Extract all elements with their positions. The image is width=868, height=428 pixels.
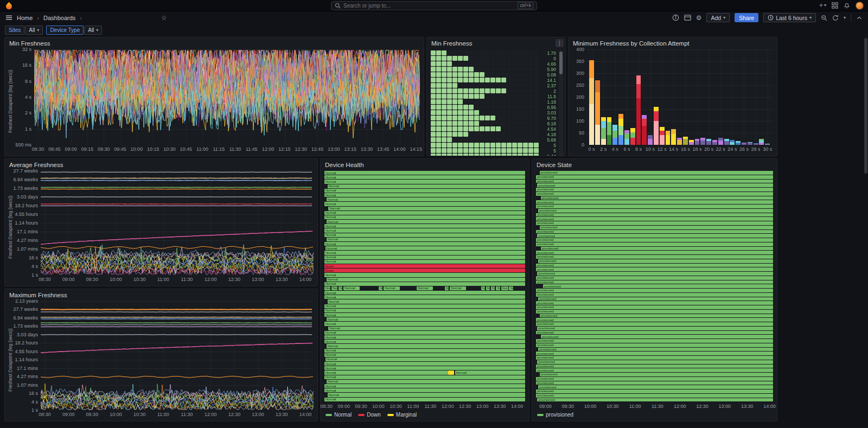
heatmap-cell[interactable] [458, 148, 463, 153]
heatmap-cell[interactable] [431, 56, 436, 61]
histogram-bar[interactable] [677, 49, 682, 145]
histogram-bar[interactable] [642, 49, 647, 145]
heatmap-cell[interactable] [458, 56, 463, 61]
heatmap-cell[interactable] [431, 154, 436, 156]
heatmap-cell[interactable] [523, 116, 528, 120]
heatmap-cell[interactable] [436, 110, 441, 115]
heatmap-cell[interactable] [480, 110, 484, 115]
apps-grid-icon[interactable] [832, 2, 838, 9]
state-row[interactable]: Normal [324, 184, 525, 188]
user-avatar[interactable] [856, 2, 864, 10]
histogram-bar[interactable] [671, 49, 676, 145]
heatmap-cell[interactable] [447, 132, 452, 137]
heatmap-cell[interactable] [512, 116, 517, 120]
heatmap-cell[interactable] [442, 105, 446, 110]
status-history-row[interactable] [431, 116, 539, 120]
state-row[interactable]: provisioned [536, 335, 773, 338]
state-row[interactable]: Normal [324, 282, 525, 286]
state-row[interactable]: provisioned [536, 301, 773, 305]
heatmap-cell[interactable] [469, 88, 474, 93]
histogram-bar[interactable] [712, 49, 717, 145]
state-segment[interactable]: Normal [324, 242, 525, 246]
heatmap-cell[interactable] [496, 94, 501, 99]
state-row[interactable]: Normal [324, 393, 525, 397]
heatmap-cell[interactable] [463, 137, 468, 142]
state-segment[interactable]: Normal [324, 349, 525, 353]
heatmap-cell[interactable] [452, 67, 457, 72]
heatmap-cell[interactable] [436, 99, 441, 104]
state-segment[interactable]: Normal [324, 189, 525, 193]
heatmap-cell[interactable] [507, 61, 512, 66]
heatmap-cell[interactable] [507, 132, 512, 137]
heatmap-cell[interactable] [523, 50, 528, 55]
favorite-star-icon[interactable]: ☆ [161, 14, 167, 22]
state-segment[interactable]: provisioned [538, 259, 773, 263]
state-row[interactable]: Normal [324, 202, 525, 206]
heatmap-cell[interactable] [447, 116, 452, 120]
heatmap-cell[interactable] [507, 99, 512, 104]
state-row[interactable]: Normal [324, 317, 525, 321]
heatmap-cell[interactable] [442, 78, 446, 82]
state-row[interactable]: Down [324, 264, 525, 268]
state-row[interactable]: Normal [324, 398, 525, 401]
heatmap-cell[interactable] [431, 137, 436, 142]
state-segment[interactable]: Normal [326, 246, 525, 250]
heatmap-cell[interactable] [523, 132, 528, 137]
state-segment[interactable]: provisioned [536, 381, 773, 385]
heatmap-cell[interactable] [507, 56, 512, 61]
status-history-row[interactable] [431, 88, 539, 93]
heatmap-cell[interactable] [469, 121, 474, 126]
state-segment[interactable]: Normal [324, 273, 525, 277]
heatmap-cell[interactable] [490, 78, 495, 82]
heatmap-cell[interactable] [534, 132, 539, 137]
heatmap-cell[interactable] [447, 105, 452, 110]
state-segment[interactable]: provisioned [536, 289, 773, 292]
heatmap-cell[interactable] [507, 105, 512, 110]
state-row[interactable]: provisioned [536, 188, 773, 191]
state-row[interactable]: Normal [324, 388, 525, 392]
state-segment[interactable]: Normal [331, 286, 337, 290]
heatmap-cell[interactable] [528, 116, 533, 120]
state-row[interactable]: provisioned [536, 289, 773, 292]
heatmap-cell[interactable] [442, 72, 446, 77]
heatmap-cell[interactable] [474, 72, 479, 77]
state-segment[interactable]: provisioned [536, 310, 773, 314]
heatmap-cell[interactable] [458, 110, 463, 115]
heatmap-cell[interactable] [458, 61, 463, 66]
heatmap-cell[interactable] [534, 110, 539, 115]
heatmap-cell[interactable] [534, 99, 539, 104]
state-segment[interactable]: provisioned [536, 251, 773, 254]
heatmap-cell[interactable] [480, 67, 484, 72]
heatmap-cell[interactable] [523, 137, 528, 142]
state-row[interactable]: provisioned [536, 175, 773, 179]
heatmap-cell[interactable] [474, 137, 479, 142]
breadcrumb-dashboards[interactable]: Dashboards [43, 15, 75, 21]
heatmap-cell[interactable] [458, 154, 463, 156]
state-row[interactable]: provisioned [536, 348, 773, 352]
heatmap-cell[interactable] [474, 148, 479, 153]
heatmap-cell[interactable] [480, 148, 484, 153]
state-segment[interactable]: provisioned [536, 221, 773, 225]
heatmap-cell[interactable] [458, 72, 463, 77]
state-row[interactable]: Normal [324, 295, 525, 299]
heatmap-cell[interactable] [528, 99, 533, 104]
heatmap-cell[interactable] [480, 83, 484, 88]
state-segment[interactable]: provisioned [536, 180, 773, 183]
state-row[interactable]: Normal [324, 299, 525, 303]
state-segment[interactable]: provisioned [538, 385, 773, 389]
state-segment[interactable]: provisioned [536, 318, 773, 322]
state-row[interactable]: provisioned [536, 242, 773, 246]
histogram-bar[interactable] [754, 49, 758, 145]
heatmap-cell[interactable] [507, 126, 512, 131]
histogram-bar[interactable] [636, 49, 641, 145]
heatmap-cell[interactable] [469, 132, 474, 137]
state-segment[interactable]: Normal [324, 295, 525, 299]
heatmap-cell[interactable] [501, 83, 506, 88]
legend-item[interactable]: Normal [326, 412, 352, 418]
heatmap-cell[interactable] [458, 121, 463, 126]
heatmap-cell[interactable] [469, 105, 474, 110]
heatmap-cell[interactable] [480, 132, 484, 137]
heatmap-cell[interactable] [518, 83, 522, 88]
heatmap-cell[interactable] [512, 105, 517, 110]
state-segment[interactable]: provisioned [540, 226, 773, 229]
